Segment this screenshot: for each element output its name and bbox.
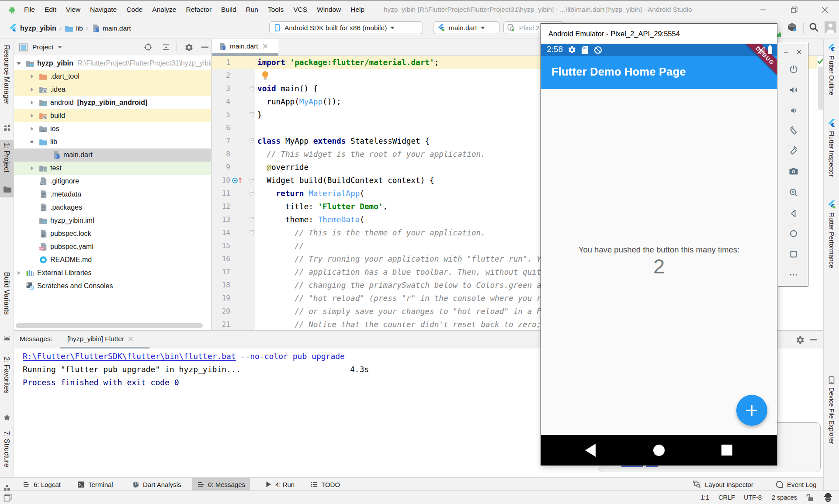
tree-row-test[interactable]: test bbox=[14, 162, 211, 175]
tree-row--packages[interactable]: .packages bbox=[14, 201, 211, 214]
window-restore-button[interactable] bbox=[784, 1, 804, 18]
status-line-ending[interactable]: CRLF bbox=[718, 494, 735, 501]
horizontal-scrollbar[interactable] bbox=[16, 323, 203, 328]
emulator-toolbar-close-icon[interactable] bbox=[796, 49, 802, 55]
tree-row-scratches-and-consoles[interactable]: Scratches and Consoles bbox=[14, 280, 211, 293]
nav-home-icon[interactable] bbox=[653, 444, 665, 456]
toolwindow-button-dart-analysis[interactable]: Dart Analysis bbox=[127, 478, 186, 490]
menu-tools[interactable]: Tools bbox=[263, 6, 288, 14]
stripe-tab-flutter-inspector[interactable]: Flutter Inspector bbox=[824, 119, 839, 177]
menu-vcs[interactable]: VCS bbox=[288, 6, 312, 14]
toolwindow-button-terminal[interactable]: Terminal bbox=[73, 478, 118, 490]
emulator-titlebar[interactable]: Android Emulator - Pixel_2_API_29:5554 bbox=[541, 24, 777, 44]
tree-row--idea[interactable]: .idea bbox=[14, 83, 211, 96]
unlock-icon[interactable] bbox=[805, 493, 814, 502]
inspection-ok-icon[interactable] bbox=[817, 58, 823, 64]
gear-icon[interactable] bbox=[796, 335, 805, 345]
emulator-home-button[interactable] bbox=[788, 228, 799, 239]
chevron-right-icon[interactable] bbox=[16, 270, 21, 276]
tool-window-switcher-icon[interactable] bbox=[3, 494, 12, 502]
stripe-tab-flutter-performance[interactable]: Flutter Performance bbox=[824, 200, 839, 268]
menu-refactor[interactable]: Refactor bbox=[181, 6, 216, 14]
tree-row-build[interactable]: build bbox=[14, 109, 211, 122]
emulator-camera-button[interactable] bbox=[788, 166, 799, 176]
emulator-volume-down-button[interactable] bbox=[788, 105, 799, 116]
menu-file[interactable]: File bbox=[19, 6, 40, 14]
emulator-screen[interactable]: 2:58 Flutter Demo Home Page You have pus… bbox=[541, 44, 777, 465]
face-icon[interactable] bbox=[823, 493, 833, 503]
emulator-more-button[interactable] bbox=[788, 269, 799, 280]
toolwindow-button-0-messages[interactable]: 0: Messages bbox=[192, 478, 250, 490]
stripe-tab-build-variants[interactable]: Build Variants bbox=[3, 272, 10, 317]
project-panel-title[interactable]: Project bbox=[32, 43, 53, 51]
menu-run[interactable]: Run bbox=[241, 6, 263, 14]
nav-recents-icon[interactable] bbox=[721, 444, 733, 456]
toolwindow-button-todo[interactable]: TODO bbox=[305, 478, 345, 490]
tree-row-pubspec-yaml[interactable]: YMLpubspec.yaml bbox=[14, 240, 211, 253]
device-selector-dropdown[interactable]: Android SDK built for x86 (mobile) bbox=[269, 21, 423, 34]
tree-row--metadata[interactable]: .metadata bbox=[14, 188, 211, 201]
project-view-icon[interactable] bbox=[19, 43, 28, 52]
stripe-tab-7-structure[interactable]: 7: Structure bbox=[3, 431, 10, 469]
tree-row-pubspec-lock[interactable]: pubspec.lock bbox=[14, 227, 211, 240]
toolwindow-button-layout-inspector[interactable]: Layout Inspector bbox=[688, 478, 758, 490]
tree-row-ios[interactable]: ios bbox=[14, 122, 211, 135]
editor-tab-main-dart[interactable]: main.dart bbox=[212, 39, 278, 53]
menu-analyze[interactable]: Analyze bbox=[147, 6, 181, 14]
toolwindow-button-4-run[interactable]: 4: Run bbox=[260, 478, 299, 490]
floating-action-button[interactable] bbox=[736, 395, 767, 426]
emulator-rotate-right-button[interactable] bbox=[788, 145, 799, 156]
avatar[interactable] bbox=[825, 21, 836, 33]
hide-panel-icon[interactable] bbox=[201, 46, 208, 48]
fold-marker-icon[interactable] bbox=[249, 190, 254, 196]
emulator-zoom-in-button[interactable] bbox=[788, 187, 799, 198]
emulator-power-button[interactable] bbox=[788, 64, 799, 75]
menu-code[interactable]: Code bbox=[121, 6, 147, 14]
toolwindow-button-event-log[interactable]: Event Log bbox=[770, 478, 822, 490]
emulator-back-button[interactable] bbox=[788, 208, 799, 219]
chevron-down-icon[interactable] bbox=[16, 61, 21, 66]
chevron-right-icon[interactable] bbox=[29, 100, 35, 105]
window-minimize-button[interactable] bbox=[753, 1, 773, 18]
messages-tab-flutter[interactable]: [hyzp_yibin] Flutter bbox=[67, 335, 133, 343]
stripe-tab-1-project[interactable]: 1: Project bbox=[3, 143, 10, 174]
emulator-volume-up-button[interactable] bbox=[788, 85, 799, 95]
tree-row-main-dart[interactable]: main.dart bbox=[14, 148, 211, 162]
emulator-toolbar-minimize-icon[interactable] bbox=[784, 51, 789, 55]
console-link[interactable]: R:\Flutter\FlutterSDK\flutter\bin\flutte… bbox=[23, 352, 236, 361]
stripe-tab-2-favorites[interactable]: 2: Favorites bbox=[3, 357, 10, 395]
nav-back-icon[interactable] bbox=[584, 443, 596, 457]
override-marker-icon[interactable] bbox=[232, 177, 243, 184]
status-encoding[interactable]: UTF-8 bbox=[744, 494, 762, 501]
close-icon[interactable] bbox=[263, 44, 268, 49]
chevron-right-icon[interactable] bbox=[29, 126, 35, 131]
stripe-tab-resource-manager[interactable]: Resource Manager bbox=[3, 45, 10, 106]
breadcrumb-item[interactable]: lib bbox=[76, 24, 83, 32]
menu-build[interactable]: Build bbox=[216, 6, 241, 14]
chevron-right-icon[interactable] bbox=[29, 166, 35, 171]
collapse-all-icon[interactable] bbox=[162, 43, 170, 52]
chevron-right-icon[interactable] bbox=[29, 113, 35, 118]
status-indent[interactable]: 2 spaces bbox=[772, 494, 797, 501]
stripe-tab-device-file-explorer[interactable]: Device File Explorer bbox=[824, 376, 839, 444]
menu-help[interactable]: Help bbox=[346, 6, 369, 14]
menu-window[interactable]: Window bbox=[312, 6, 346, 14]
gear-icon[interactable] bbox=[184, 43, 194, 52]
tree-row-hyzp-yibin-iml[interactable]: hyzp_yibin.iml bbox=[14, 214, 211, 227]
run-config-dropdown[interactable]: main.dart bbox=[433, 21, 499, 34]
stripe-tab-flutter-outline[interactable]: Flutter Outline bbox=[824, 43, 839, 95]
chevron-right-icon[interactable] bbox=[29, 74, 35, 79]
balloon-link-fragment[interactable] bbox=[646, 466, 658, 467]
fold-marker-icon[interactable] bbox=[249, 112, 254, 117]
tree-row-android[interactable]: android[hyzp_yibin_android] bbox=[14, 96, 211, 109]
status-caret-position[interactable]: 1:1 bbox=[700, 494, 709, 501]
balloon-link-fragment[interactable] bbox=[621, 466, 643, 467]
tree-row-external-libraries[interactable]: External Libraries bbox=[14, 266, 211, 280]
tree-row-hyzp-yibin[interactable]: hyzp_yibinR:\FlutterProject\FlutterProje… bbox=[14, 57, 211, 70]
intention-bulb-icon[interactable] bbox=[260, 70, 270, 81]
menu-edit[interactable]: Edit bbox=[40, 6, 61, 14]
close-icon[interactable] bbox=[128, 336, 133, 342]
locate-file-icon[interactable] bbox=[144, 43, 153, 52]
fold-marker-icon[interactable] bbox=[249, 177, 254, 183]
breadcrumb-item[interactable]: main.dart bbox=[103, 24, 131, 32]
